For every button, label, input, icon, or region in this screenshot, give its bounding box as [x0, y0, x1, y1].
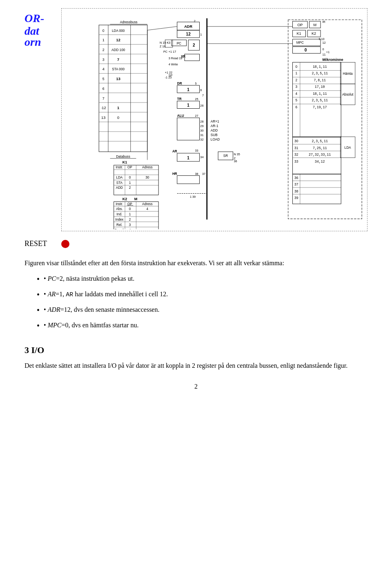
svg-text:34: 34: [200, 155, 203, 159]
svg-text:4: 4: [129, 228, 131, 229]
svg-text:LDA  000: LDA 000: [112, 29, 125, 33]
svg-text:30: 30: [294, 139, 298, 143]
section3-text: Det enklaste sättet att installera I/O p…: [24, 360, 368, 371]
bullet-pc: • PC=2, nästa instruktion pekas ut.: [37, 273, 368, 285]
svg-text:K3: K3: [167, 41, 170, 45]
svg-text:13: 13: [101, 116, 105, 120]
svg-text:1: 1: [117, 106, 119, 110]
svg-text:1: 1: [187, 156, 189, 160]
svg-text:12: 12: [186, 32, 191, 36]
svg-text:DR: DR: [177, 82, 182, 85]
svg-text:PC: PC: [163, 50, 167, 54]
svg-text:2: 2: [194, 19, 196, 23]
svg-text:0: 0: [117, 116, 119, 120]
svg-text:25: 25: [195, 97, 198, 101]
svg-text:31: 31: [200, 133, 203, 137]
svg-text:0: 0: [102, 29, 105, 33]
svg-text:32: 32: [294, 153, 298, 157]
svg-text:0: 0: [129, 176, 131, 179]
circuit-diagram: Adressbuss: [62, 9, 367, 229]
svg-text:Mikrominne: Mikrominne: [323, 58, 343, 62]
svg-text:7: 7: [202, 94, 204, 97]
reset-indicator: [61, 240, 69, 248]
svg-text:ADR: ADR: [184, 25, 192, 29]
svg-text:4: 4: [295, 92, 297, 96]
diagram-area: Adressbuss: [61, 8, 368, 231]
svg-text:XR: XR: [181, 55, 185, 58]
bullet-marker2: •: [44, 289, 48, 300]
svg-text:4: 4: [102, 67, 105, 71]
svg-text:12: 12: [323, 41, 326, 45]
svg-text:33: 33: [195, 149, 198, 152]
svg-text:2,3,5,11: 2,3,5,11: [312, 98, 327, 102]
svg-text:6: 6: [200, 88, 202, 92]
svg-text:·12: ·12: [101, 106, 106, 110]
svg-text:LDA: LDA: [116, 176, 122, 179]
bullet-marker3: •: [44, 304, 48, 315]
svg-text:Abs.: Abs.: [116, 207, 122, 211]
svg-text:2: 2: [129, 186, 131, 190]
svg-text:SR: SR: [223, 154, 228, 158]
svg-text:STA  000: STA 000: [112, 67, 125, 71]
svg-text:1: 1: [295, 72, 297, 75]
svg-text:M: M: [313, 23, 316, 27]
svg-text:1: 1: [102, 38, 105, 42]
svg-text:K2: K2: [312, 31, 316, 36]
svg-text:Omed.: Omed.: [114, 228, 125, 229]
bullet-mpc-text: MPC=0, dvs en hämtfas startar nu.: [48, 320, 139, 331]
svg-text:MPC: MPC: [296, 41, 304, 45]
svg-text:26: 26: [200, 104, 203, 107]
svg-text:0: 0: [305, 48, 307, 52]
svg-text:4: 4: [147, 207, 149, 211]
svg-text:Z 16: Z 16: [160, 45, 166, 48]
svg-text:17,10: 17,10: [315, 85, 325, 89]
svg-text:1: 1: [129, 212, 131, 216]
svg-text:3: 3: [129, 223, 131, 227]
svg-text:7,8,11: 7,8,11: [314, 78, 326, 82]
bullet-pc-text: PC=2, nästa instruktion pekas ut.: [48, 273, 135, 284]
bullet-marker: •: [44, 273, 48, 284]
svg-text:30: 30: [145, 176, 149, 179]
svg-text:OP: OP: [297, 23, 303, 27]
svg-text:0: 0: [295, 65, 297, 69]
svg-text:5: 5: [295, 98, 297, 102]
svg-text:Ind.: Ind.: [117, 212, 122, 216]
svg-text:18,1,11: 18,1,11: [313, 65, 327, 69]
svg-text:9 10: 9 10: [318, 37, 324, 41]
svg-text:7: 7: [117, 58, 119, 62]
svg-text:K1: K1: [122, 160, 127, 164]
svg-text:28: 28: [200, 120, 203, 123]
svg-text:0: 0: [323, 47, 324, 51]
svg-text:K2: K2: [122, 197, 127, 201]
svg-text:PC: PC: [177, 42, 181, 45]
section3-heading: 3 I/O: [24, 343, 368, 357]
bullet-ar-text: AR=1, AR har laddats med innehållet i ce…: [48, 289, 168, 300]
svg-text:-1 23: -1 23: [165, 76, 172, 79]
svg-text:18,1,11: 18,1,11: [313, 92, 327, 96]
svg-text:Adress: Adress: [142, 202, 152, 206]
svg-text:Hämta: Hämta: [343, 72, 353, 76]
svg-text:32: 32: [200, 138, 203, 141]
svg-text:11: 11: [323, 53, 326, 56]
svg-text:+1 17: +1 17: [169, 50, 176, 54]
svg-text:38: 38: [294, 190, 298, 193]
svg-text:Databuss: Databuss: [116, 155, 130, 159]
svg-text:7,19,17: 7,19,17: [313, 105, 327, 109]
svg-text:Instr.: Instr.: [116, 165, 123, 169]
page-number: 2: [24, 383, 368, 390]
bullet-marker4: •: [44, 320, 48, 331]
svg-text:36: 36: [294, 176, 298, 180]
svg-text:AR: AR: [172, 150, 177, 153]
svg-text:1: 1: [187, 103, 189, 107]
svg-text:2: 2: [193, 43, 195, 47]
svg-text:2: 2: [129, 218, 131, 221]
svg-text:ADD  100: ADD 100: [111, 48, 125, 52]
svg-text:SUB: SUB: [211, 133, 218, 137]
reset-row: RESET: [24, 239, 368, 248]
svg-text:6: 6: [102, 87, 105, 91]
svg-text:37: 37: [202, 172, 205, 176]
svg-text:2,3,5,11: 2,3,5,11: [312, 72, 327, 75]
svg-text:36: 36: [234, 159, 237, 163]
svg-text:IR: IR: [323, 20, 325, 24]
svg-text:ADD: ADD: [211, 129, 218, 132]
